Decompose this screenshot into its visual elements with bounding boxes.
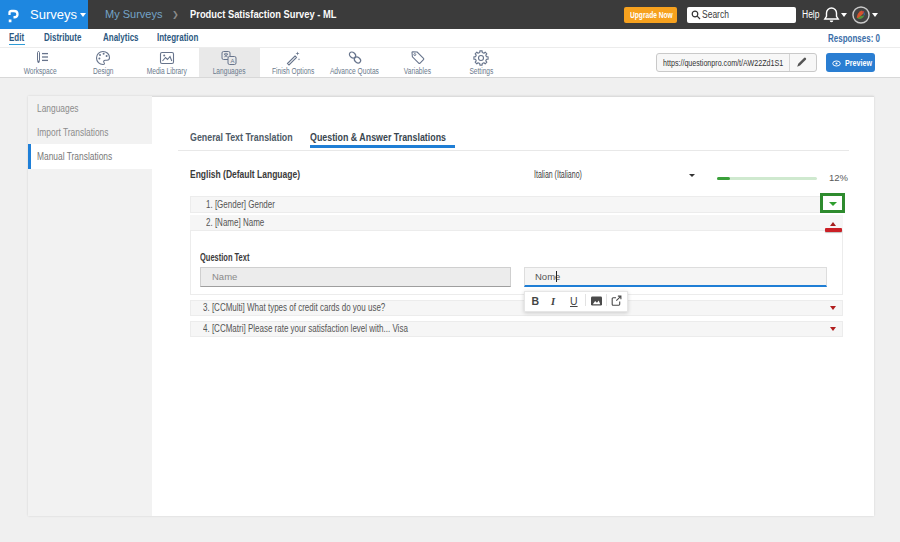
svg-text:A: A [230,58,234,64]
